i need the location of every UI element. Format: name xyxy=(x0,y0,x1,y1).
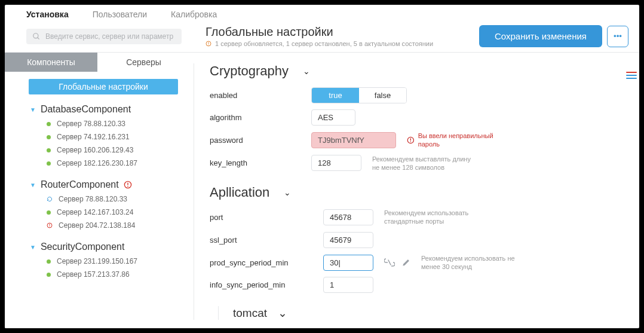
save-button[interactable]: Сохранить изменения xyxy=(479,25,602,47)
toggle-enabled[interactable]: true false xyxy=(311,87,407,103)
label-ssl-port: ssl_port xyxy=(210,236,323,245)
page-title: Глобальные настройки xyxy=(206,25,479,39)
error-icon xyxy=(47,222,53,228)
hint-prod-sync: Рекомендуем использовать не менее 30 сек… xyxy=(421,254,515,271)
label-prod-sync: prod_sync_period_min xyxy=(210,258,323,267)
input-key-length[interactable] xyxy=(311,155,361,171)
input-password[interactable] xyxy=(311,132,396,148)
server-item[interactable]: Сервер 157.213.37.86 xyxy=(5,268,190,281)
label-info-sync: info_sync_period_min xyxy=(210,280,323,289)
server-item[interactable]: Сервер 78.88.120.33 xyxy=(5,193,190,206)
search-box[interactable] xyxy=(26,29,182,44)
topnav-users[interactable]: Пользователи xyxy=(93,10,147,19)
row-algorithm: algorithm xyxy=(210,109,627,126)
error-icon xyxy=(407,136,415,144)
label-algorithm: algorithm xyxy=(210,113,311,122)
section-cryptography[interactable]: Cryptography ⌄ xyxy=(210,63,627,79)
server-item[interactable]: Сервер 182.126.230.187 xyxy=(5,157,190,170)
panel-menu-button[interactable] xyxy=(626,72,637,79)
error-icon xyxy=(124,181,132,189)
svg-line-14 xyxy=(388,260,391,265)
tab-servers[interactable]: Серверы xyxy=(97,53,190,72)
status-dot-ok-icon xyxy=(47,148,51,152)
hint-key-length: Рекомендуем выставлять длину не менее 12… xyxy=(372,155,471,172)
component-header-security[interactable]: ▼ SecurityComponent xyxy=(5,239,190,255)
chevron-down-icon: ▼ xyxy=(30,106,36,113)
pencil-icon[interactable] xyxy=(402,258,410,267)
page-status: 1 сервер обновляется, 1 сервер остановле… xyxy=(206,40,479,47)
chevron-down-icon: ⌄ xyxy=(303,66,310,76)
input-prod-sync[interactable] xyxy=(323,255,373,271)
server-item[interactable]: Сервер 142.167.103.24 xyxy=(5,206,190,219)
server-item[interactable]: Сервер 231.199.150.167 xyxy=(5,255,190,268)
svg-point-13 xyxy=(410,141,412,142)
input-info-sync[interactable] xyxy=(323,277,373,293)
svg-point-4 xyxy=(208,44,208,45)
svg-line-1 xyxy=(38,37,39,39)
section-tomcat[interactable]: tomcat ⌄ xyxy=(219,306,627,320)
component-group-database: ▼ DatabaseComponent Сервер 78.88.120.33 … xyxy=(5,102,190,170)
link-break-icon[interactable] xyxy=(384,258,395,267)
sidebar-tabs: Компоненты Серверы xyxy=(5,53,190,72)
svg-point-7 xyxy=(127,186,128,187)
topnav-calibration[interactable]: Калибровка xyxy=(171,10,217,19)
toolbar: Глобальные настройки 1 сервер обновляетс… xyxy=(5,23,639,53)
row-key-length: key_length Рекомендуем выставлять длину … xyxy=(210,155,627,172)
hint-port: Рекомендуем использовать стандартные пор… xyxy=(384,209,468,226)
top-nav: Установка Пользователи Калибровка xyxy=(5,5,639,23)
toggle-false[interactable]: false xyxy=(359,88,406,103)
row-enabled: enabled true false xyxy=(210,87,627,103)
status-dot-ok-icon xyxy=(47,161,51,166)
section-application[interactable]: Apllication ⌄ xyxy=(210,185,627,200)
label-password: password xyxy=(210,136,311,145)
row-ssl-port: ssl_port xyxy=(210,232,627,248)
warning-icon xyxy=(206,41,211,47)
component-group-security: ▼ SecurityComponent Сервер 231.199.150.1… xyxy=(5,239,190,281)
row-info-sync: info_sync_period_min xyxy=(210,277,627,293)
status-dot-ok-icon xyxy=(47,210,51,215)
status-dot-ok-icon xyxy=(47,273,51,277)
dots-icon: ••• xyxy=(614,32,622,41)
chevron-down-icon: ▼ xyxy=(30,244,36,250)
svg-point-10 xyxy=(49,226,50,227)
server-item[interactable]: Сервер 78.88.120.33 xyxy=(5,117,190,130)
burger-line-icon xyxy=(626,72,637,73)
input-ssl-port[interactable] xyxy=(323,232,373,248)
burger-line-icon xyxy=(626,75,637,76)
status-dot-ok-icon xyxy=(47,135,51,139)
password-error: Вы ввели неправильный пароль xyxy=(407,132,514,149)
component-group-router: ▼ RouterComponent Сервер 78.88.120.33 Се… xyxy=(5,177,190,232)
global-settings-pill[interactable]: Глобальные настройки xyxy=(29,79,178,94)
main-panel: Cryptography ⌄ enabled true false algori… xyxy=(190,53,639,328)
reload-icon xyxy=(47,196,53,202)
row-password: password Вы ввели неправильный пароль xyxy=(210,132,627,149)
svg-point-0 xyxy=(33,33,38,38)
label-port: port xyxy=(210,213,323,222)
input-algorithm[interactable] xyxy=(311,109,355,126)
sidebar: Компоненты Серверы Глобальные настройки … xyxy=(5,53,190,328)
status-dot-ok-icon xyxy=(47,259,51,264)
tab-components[interactable]: Компоненты xyxy=(5,53,97,72)
row-port: port Рекомендуем использовать стандартны… xyxy=(210,209,627,226)
topnav-installation[interactable]: Установка xyxy=(26,10,69,19)
label-enabled: enabled xyxy=(210,91,311,100)
toggle-true[interactable]: true xyxy=(312,88,359,103)
status-dot-ok-icon xyxy=(47,122,51,126)
chevron-down-icon: ⌄ xyxy=(278,306,287,320)
input-port[interactable] xyxy=(323,209,373,225)
chevron-down-icon: ⌄ xyxy=(284,188,291,197)
more-actions-button[interactable]: ••• xyxy=(607,26,628,47)
component-header-database[interactable]: ▼ DatabaseComponent xyxy=(5,102,190,117)
server-item[interactable]: Сервер 204.72.138.184 xyxy=(5,219,190,232)
server-item[interactable]: Сервер 160.206.129.43 xyxy=(5,143,190,157)
search-icon xyxy=(32,32,41,41)
component-header-router[interactable]: ▼ RouterComponent xyxy=(5,177,190,193)
label-key-length: key_length xyxy=(210,158,311,167)
search-input[interactable] xyxy=(45,32,176,41)
chevron-down-icon: ▼ xyxy=(30,182,36,188)
burger-line-icon xyxy=(626,78,637,79)
server-item[interactable]: Сервер 74.192.16.231 xyxy=(5,130,190,143)
row-prod-sync: prod_sync_period_min Рекомендуем использ… xyxy=(210,254,627,271)
